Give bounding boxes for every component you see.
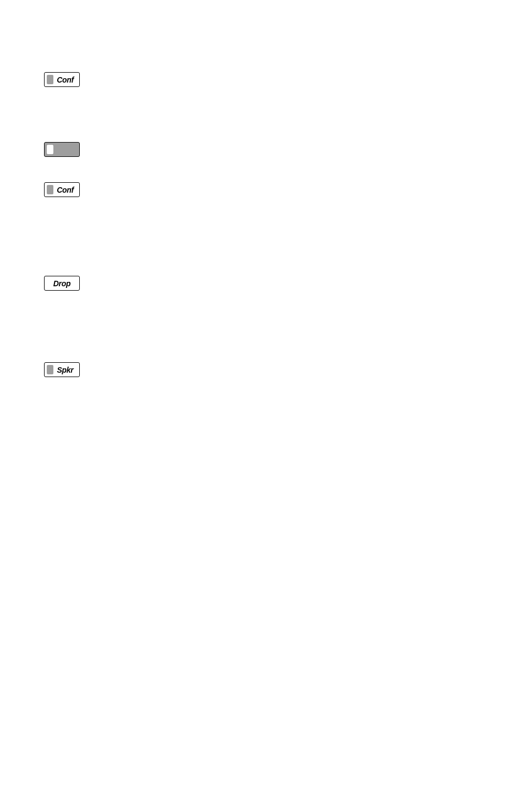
led-indicator-icon <box>47 185 53 194</box>
led-indicator-icon <box>47 75 53 84</box>
speaker-button[interactable]: Spkr <box>44 362 80 377</box>
led-indicator-icon <box>47 365 53 374</box>
conf-button-2[interactable]: Conf <box>44 182 80 197</box>
document-page: Conf Conf Drop Spkr <box>0 0 525 812</box>
conf-button-1[interactable]: Conf <box>44 72 80 87</box>
button-label: Drop <box>45 279 79 288</box>
led-indicator-icon <box>47 145 53 154</box>
line-button[interactable] <box>44 142 80 157</box>
button-label: Spkr <box>53 366 79 374</box>
button-label: Conf <box>53 75 79 84</box>
drop-button[interactable]: Drop <box>44 276 80 291</box>
button-label: Conf <box>53 186 79 194</box>
